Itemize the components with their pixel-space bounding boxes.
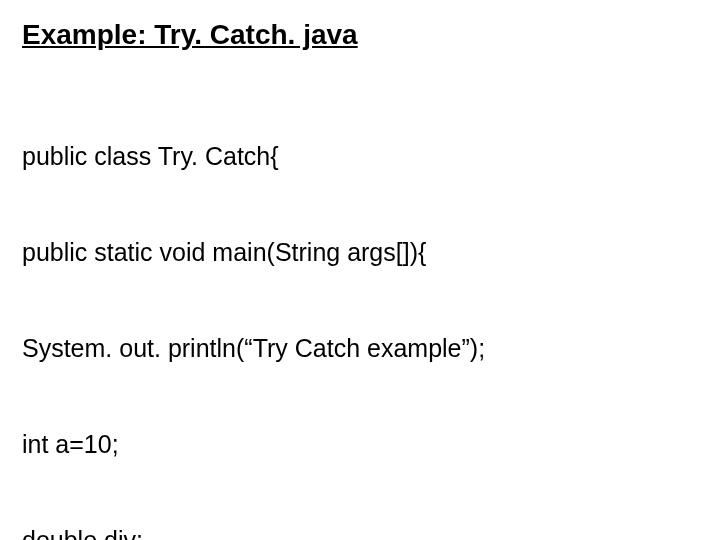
code-block: public class Try. Catch{ public static v… — [22, 76, 698, 540]
slide-title: Example: Try. Catch. java — [22, 18, 698, 52]
code-line: public static void main(String args[]){ — [22, 236, 698, 268]
code-line: int a=10; — [22, 428, 698, 460]
code-line: double div; — [22, 524, 698, 540]
code-line: public class Try. Catch{ — [22, 140, 698, 172]
slide: Example: Try. Catch. java public class T… — [0, 0, 720, 540]
code-line: System. out. println(“Try Catch example”… — [22, 332, 698, 364]
